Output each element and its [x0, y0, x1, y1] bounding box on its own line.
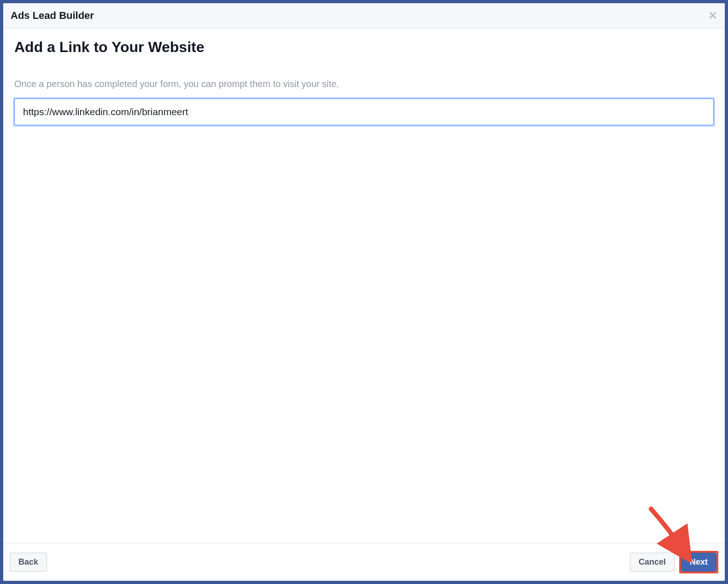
close-icon[interactable]: ✕ — [708, 10, 717, 21]
modal-header: Ads Lead Builder ✕ — [3, 3, 725, 29]
modal-title: Ads Lead Builder — [11, 10, 94, 22]
cancel-button[interactable]: Cancel — [630, 553, 675, 572]
back-button[interactable]: Back — [10, 553, 47, 572]
footer-right-group: Cancel Next — [630, 551, 718, 573]
modal-footer: Back Cancel Next — [3, 543, 725, 581]
page-title: Add a Link to Your Website — [14, 39, 714, 56]
next-button[interactable]: Next — [681, 553, 716, 572]
description-text: Once a person has completed your form, y… — [14, 79, 714, 89]
modal-body: Add a Link to Your Website Once a person… — [3, 29, 725, 543]
modal-dialog: Ads Lead Builder ✕ Add a Link to Your We… — [3, 3, 725, 581]
next-button-highlight: Next — [679, 551, 718, 573]
website-url-input[interactable] — [14, 99, 714, 125]
